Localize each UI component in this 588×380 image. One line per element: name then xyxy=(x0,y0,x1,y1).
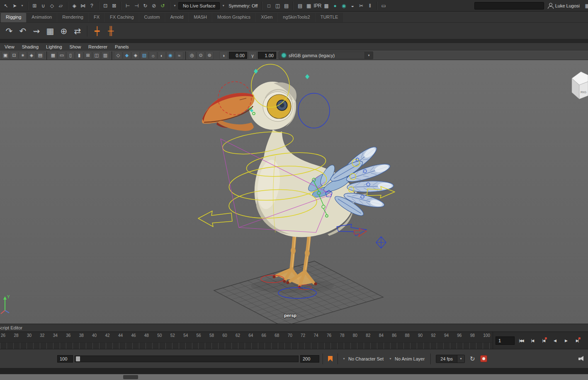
menu-show[interactable]: Show xyxy=(66,44,85,49)
field-chart-icon[interactable]: ⊞ xyxy=(84,51,92,59)
wireframe-icon[interactable]: ◇ xyxy=(114,51,122,59)
create-joints-icon[interactable]: ↷ xyxy=(2,24,16,38)
speaker-icon[interactable] xyxy=(578,356,585,361)
live-surface-caret-icon[interactable]: ▾ xyxy=(172,4,177,7)
cut-icon[interactable]: ✂ xyxy=(357,1,365,10)
safe-title-icon[interactable]: ▥ xyxy=(101,51,109,59)
step-back-key-button[interactable]: |◀ xyxy=(538,335,549,346)
input-connections-icon[interactable]: ⊢ xyxy=(124,1,132,10)
display-icon[interactable]: ▭ xyxy=(379,1,388,10)
step-forward-key-button[interactable]: ▶| xyxy=(571,335,583,346)
script-editor-tab[interactable]: Script Editor xyxy=(0,325,22,330)
menu-lighting[interactable]: Lighting xyxy=(42,44,66,49)
bookmark-icon[interactable] xyxy=(328,356,333,362)
exposure-icon[interactable]: ◑ xyxy=(219,51,228,59)
pause-icon[interactable]: ‖ xyxy=(366,1,374,10)
render-settings-icon[interactable]: ▩ xyxy=(322,1,330,10)
no-live-surface-button[interactable]: No Live Surface xyxy=(178,2,220,10)
symmetry-label[interactable]: Symmetry: Off xyxy=(227,3,259,8)
ik-spline-icon[interactable]: ⇝ xyxy=(30,24,43,38)
grid-toggle-icon[interactable]: ▦ xyxy=(49,51,57,59)
bird-character[interactable] xyxy=(202,82,394,289)
viewport-3d[interactable]: RIG Y persp xyxy=(0,60,588,324)
user-account-button[interactable]: Luke Lugosi xyxy=(545,3,582,9)
colorspace-dropdown[interactable]: sRGB gamma (legacy) ▾ xyxy=(279,51,373,59)
wireframe-on-shaded-icon[interactable]: ◈ xyxy=(131,51,140,59)
single-pane-layout-icon[interactable]: □ xyxy=(265,1,273,10)
fps-caret-icon[interactable]: ▾ xyxy=(457,355,464,363)
bookmark-view-icon[interactable]: ◈ xyxy=(27,51,36,59)
rig-marker-diamond-left[interactable] xyxy=(254,69,258,74)
scrollbar-handle[interactable] xyxy=(123,375,138,379)
quick-render-icon[interactable]: ▦ xyxy=(304,1,313,10)
playback-end-field[interactable]: 200 xyxy=(300,355,319,363)
isolate-select-icon[interactable]: ◎ xyxy=(188,51,196,59)
tab-arnold[interactable]: Arnold xyxy=(165,13,188,22)
play-forwards-button[interactable]: ▶ xyxy=(560,335,571,346)
shadows-icon[interactable]: ◐ xyxy=(158,51,166,59)
playback-loop-icon[interactable]: ↻ xyxy=(467,355,479,363)
menu-panels[interactable]: Panels xyxy=(111,44,133,49)
disable-history-icon[interactable]: ⊘ xyxy=(150,1,158,10)
rig-eye-ring-control[interactable] xyxy=(298,93,330,128)
lasso-select-icon[interactable]: ➤ xyxy=(10,1,19,10)
use-all-lights-icon[interactable]: ☼ xyxy=(149,51,157,59)
smooth-shade-icon[interactable]: ◆ xyxy=(123,51,131,59)
help-icon[interactable]: ? xyxy=(87,1,96,10)
four-pane-layout-icon[interactable]: ◫ xyxy=(273,1,282,10)
cycle-check-icon[interactable]: ↺ xyxy=(158,1,167,10)
select-camera-icon[interactable]: ▣ xyxy=(1,51,10,59)
search-field[interactable] xyxy=(474,2,544,10)
bind-skin-icon[interactable]: ▦ xyxy=(44,24,57,38)
make-live-icon[interactable]: ◈ xyxy=(70,1,78,10)
playback-start-field[interactable]: 100 xyxy=(57,355,73,363)
tab-fx-caching[interactable]: FX Caching xyxy=(105,13,138,22)
menu-view[interactable]: View xyxy=(1,44,18,49)
tab-custom[interactable]: Custom xyxy=(139,13,165,22)
range-slider-handle[interactable] xyxy=(76,356,80,361)
rig-left-arrow-control[interactable] xyxy=(198,211,232,227)
gate-mask-icon[interactable]: ▮ xyxy=(75,51,83,59)
tool-options-caret-icon[interactable]: ▾ xyxy=(19,4,25,7)
tab-rendering[interactable]: Rendering xyxy=(57,13,88,22)
ik-fk-blend-icon[interactable]: ╫ xyxy=(104,24,117,38)
ik-handle-icon[interactable]: ↶ xyxy=(16,24,29,38)
symmetry-caret-icon[interactable]: ▾ xyxy=(221,4,226,7)
ambient-occlusion-icon[interactable]: ◉ xyxy=(166,51,175,59)
tab-mash[interactable]: MASH xyxy=(189,13,212,22)
tab-motion-graphics[interactable]: Motion Graphics xyxy=(212,13,255,22)
paint-weights-icon[interactable]: ⊕ xyxy=(57,24,70,38)
lock-selection-icon[interactable]: ⊡ xyxy=(101,1,109,10)
horizontal-scrollbar[interactable] xyxy=(0,374,588,380)
fps-dropdown[interactable]: 24 fps ▾ xyxy=(436,355,465,363)
tab-fx[interactable]: FX xyxy=(89,13,104,22)
ipr-render-icon[interactable]: IPR xyxy=(313,1,322,10)
resolution-gate-icon[interactable]: ▯ xyxy=(66,51,75,59)
time-slider[interactable]: 2628303234363840424446485052545658606264… xyxy=(0,332,493,349)
auto-keyframe-icon[interactable] xyxy=(480,355,487,362)
anim-layer-caret-icon[interactable]: ▾ xyxy=(388,357,393,361)
snap-to-grid-icon[interactable]: ⊞ xyxy=(30,1,39,10)
rig-marker-diamond-right[interactable] xyxy=(305,74,309,79)
menu-renderer[interactable]: Renderer xyxy=(85,44,111,49)
current-frame-field[interactable]: 1 xyxy=(496,336,515,345)
play-backwards-button[interactable]: ◀ xyxy=(549,335,560,346)
tab-xgen[interactable]: XGen xyxy=(256,13,277,22)
motion-blur-icon[interactable]: ≈ xyxy=(175,51,183,59)
gamma-icon[interactable]: γ xyxy=(248,51,257,59)
snap-together-icon[interactable]: ⋈ xyxy=(79,1,87,10)
snap-to-point-icon[interactable]: ◇ xyxy=(48,1,56,10)
range-slider-track[interactable] xyxy=(75,356,299,362)
rig-blue-diamond-control[interactable] xyxy=(376,237,386,248)
mirror-joints-icon[interactable]: ⇄ xyxy=(71,24,84,38)
tab-ngskintools2[interactable]: ngSkinTools2 xyxy=(278,13,315,22)
character-set-dropdown[interactable]: No Character Set xyxy=(348,356,386,361)
step-back-frame-button[interactable]: |◀ xyxy=(527,335,538,346)
joint-size-icon[interactable]: ┿ xyxy=(90,24,104,38)
output-connections-icon[interactable]: ⊣ xyxy=(132,1,141,10)
snap-to-curve-icon[interactable]: ∪ xyxy=(39,1,47,10)
workspace-icon[interactable]: ▦ xyxy=(583,1,588,10)
film-gate-icon[interactable]: ▭ xyxy=(58,51,66,59)
safe-action-icon[interactable]: ◫ xyxy=(92,51,101,59)
light-editor-icon[interactable]: ◉ xyxy=(340,1,348,10)
